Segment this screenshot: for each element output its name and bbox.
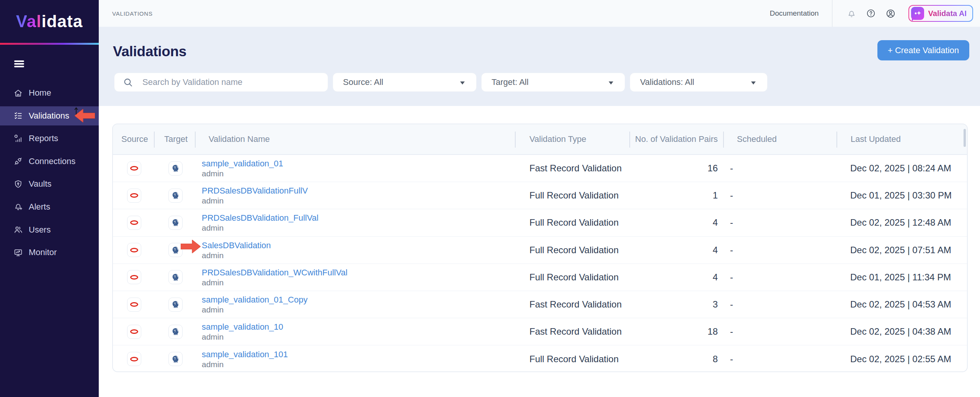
target-postgresql-icon xyxy=(168,298,183,312)
validation-type: Fast Record Validation xyxy=(515,299,622,310)
sidebar: Validata Home Validations Reports xyxy=(0,0,99,397)
annotation-cursor-arrow xyxy=(74,107,78,115)
validation-last-updated: Dec 01, 2025 | 11:34 PM xyxy=(836,272,951,283)
validation-type: Full Record Validation xyxy=(515,272,619,283)
search-input[interactable] xyxy=(142,77,311,87)
topbar: VALIDATIONS Documentation Validata AI xyxy=(99,0,980,27)
column-header-target: Target xyxy=(154,134,195,144)
chevron-down-icon xyxy=(751,81,756,85)
reports-icon xyxy=(13,134,23,143)
logo-text: idata xyxy=(41,12,83,31)
source-oracle-icon xyxy=(127,161,141,176)
validation-type: Full Record Validation xyxy=(515,217,619,228)
monitor-icon xyxy=(13,248,23,257)
validations-icon xyxy=(13,111,23,120)
validation-type: Full Record Validation xyxy=(515,354,619,364)
table-row: PRDSalesDBValidationFullVadmin Full Reco… xyxy=(113,182,967,209)
validata-ai-icon xyxy=(911,7,924,20)
validation-name-link[interactable]: SalesDBValidation xyxy=(202,240,271,251)
target-postgresql-icon xyxy=(168,216,183,230)
logo: Validata xyxy=(0,0,99,43)
filter-section: Validations + Create Validation Source: … xyxy=(99,27,980,106)
breadcrumb: VALIDATIONS xyxy=(112,10,153,17)
search-box xyxy=(114,73,328,92)
connections-icon xyxy=(13,156,23,166)
validation-pairs: 1 xyxy=(713,190,723,201)
logo-letter-a: a xyxy=(27,12,36,31)
validation-name-link[interactable]: PRDSalesDBValidation_WCwithFullVal xyxy=(202,267,348,278)
table-row: PRDSalesDBValidation_WCwithFullValadmin … xyxy=(113,264,967,291)
column-header-pairs: No. of Validation Pairs xyxy=(629,134,723,144)
validation-scheduled: - xyxy=(723,217,733,228)
sidebar-item[interactable]: Home xyxy=(0,83,99,103)
validata-ai-button[interactable]: Validata AI xyxy=(908,5,973,22)
table-header: Source Target Validation Name Validation… xyxy=(113,124,967,155)
validation-owner: admin xyxy=(202,278,348,287)
table-row: PRDSalesDBValidation_FullValadmin Full R… xyxy=(113,209,967,236)
column-header-last-updated: Last Updated xyxy=(836,134,968,144)
sidebar-item[interactable]: Connections xyxy=(0,152,99,171)
chevron-down-icon xyxy=(609,81,613,85)
alerts-icon xyxy=(13,202,23,212)
validation-owner: admin xyxy=(202,332,283,342)
source-oracle-icon xyxy=(127,216,141,230)
main-content: Source Target Validation Name Validation… xyxy=(99,106,980,397)
validation-type: Full Record Validation xyxy=(515,190,619,201)
target-postgresql-icon xyxy=(168,325,183,339)
validation-last-updated: Dec 02, 2025 | 04:38 AM xyxy=(836,326,951,337)
validation-pairs: 16 xyxy=(707,163,723,174)
search-icon xyxy=(123,78,133,87)
validation-name-link[interactable]: sample_validation_01_Copy xyxy=(202,294,307,305)
users-icon xyxy=(13,225,23,234)
logo-letter-v: V xyxy=(16,12,27,31)
table-row: sample_validation_01_Copyadmin Fast Reco… xyxy=(113,291,967,318)
source-oracle-icon xyxy=(127,270,141,284)
column-header-scheduled: Scheduled xyxy=(723,134,836,144)
target-postgresql-icon xyxy=(168,270,183,284)
validation-pairs: 4 xyxy=(713,245,723,255)
validation-scheduled: - xyxy=(723,245,733,255)
source-oracle-icon xyxy=(127,325,141,339)
chevron-down-icon xyxy=(460,81,465,85)
page-title: Validations xyxy=(113,44,186,60)
validations-filter-dropdown[interactable]: Validations: All xyxy=(630,73,768,92)
validation-last-updated: Dec 02, 2025 | 12:48 AM xyxy=(836,217,951,228)
target-filter-dropdown[interactable]: Target: All xyxy=(481,73,625,92)
table-row: SalesDBValidationadmin Full Record Valid… xyxy=(113,237,967,264)
validation-type: Fast Record Validation xyxy=(515,326,622,337)
validation-scheduled: - xyxy=(723,326,733,337)
sidebar-item[interactable]: Monitor xyxy=(0,243,99,262)
notifications-bell-icon[interactable] xyxy=(847,9,856,18)
validation-owner: admin xyxy=(202,251,271,260)
table-row: sample_validation_101admin Full Record V… xyxy=(113,345,967,372)
validation-name-link[interactable]: sample_validation_01 xyxy=(202,158,283,169)
validata-ai-label: Validata AI xyxy=(928,9,967,18)
documentation-link[interactable]: Documentation xyxy=(770,9,819,18)
validation-pairs: 4 xyxy=(713,272,723,283)
help-icon[interactable] xyxy=(866,9,875,18)
account-icon[interactable] xyxy=(886,9,895,18)
validation-name-link[interactable]: PRDSalesDBValidation_FullVal xyxy=(202,213,318,223)
table-body: sample_validation_01admin Fast Record Va… xyxy=(113,155,967,372)
vaults-icon xyxy=(13,179,23,189)
sidebar-item[interactable]: Users xyxy=(0,220,99,239)
source-filter-dropdown[interactable]: Source: All xyxy=(333,73,477,92)
sidebar-item[interactable]: Vaults xyxy=(0,174,99,194)
create-validation-button[interactable]: + Create Validation xyxy=(877,40,969,60)
topbar-divider xyxy=(832,0,833,27)
sidebar-item[interactable]: Alerts xyxy=(0,197,99,216)
scrollbar-thumb[interactable] xyxy=(964,129,966,147)
validation-name-link[interactable]: PRDSalesDBValidationFullV xyxy=(202,185,308,196)
sidebar-item[interactable]: Reports xyxy=(0,129,99,148)
validation-pairs: 18 xyxy=(707,326,723,337)
validation-last-updated: Dec 01, 2025 | 03:30 PM xyxy=(836,190,952,201)
validation-name-link[interactable]: sample_validation_10 xyxy=(202,322,283,332)
target-postgresql-icon xyxy=(168,161,183,176)
validation-owner: admin xyxy=(202,196,308,205)
validation-name-link[interactable]: sample_validation_101 xyxy=(202,349,288,360)
gradient-divider xyxy=(0,43,99,45)
validation-pairs: 3 xyxy=(713,299,723,310)
validation-last-updated: Dec 02, 2025 | 02:55 AM xyxy=(836,354,951,364)
table-row: sample_validation_10admin Fast Record Va… xyxy=(113,318,967,345)
hamburger-menu-icon[interactable] xyxy=(14,60,24,68)
